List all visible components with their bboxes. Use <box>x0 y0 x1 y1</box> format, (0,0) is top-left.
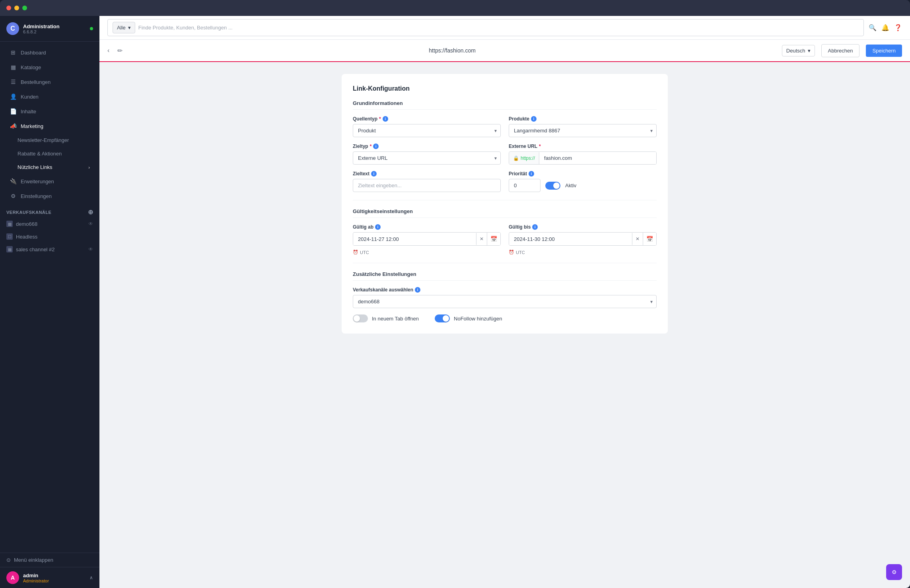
menu-toggle-icon: ⊙ <box>6 557 11 563</box>
sidebar-item-bestellungen[interactable]: ☰ Bestellungen <box>3 75 96 89</box>
produkte-select[interactable]: Langarmhemd 8867 <box>509 124 657 137</box>
add-sales-channel-button[interactable]: ⊕ <box>88 208 93 216</box>
search-icon[interactable]: 🔍 <box>869 24 877 31</box>
calendar-icon[interactable]: 📅 <box>643 233 656 245</box>
sidebar-item-erweiterungen[interactable]: 🔌 Erweiterungen <box>3 174 96 188</box>
sidebar-item-sales2[interactable]: ▦ sales channel #2 👁 <box>0 243 99 256</box>
sidebar-item-demo668[interactable]: ▦ demo668 👁 <box>0 217 99 230</box>
user-profile[interactable]: A admin Administrator ∧ <box>0 567 99 588</box>
dates-row: Gültig ab i ✕ 📅 ⏰ UTC <box>353 224 657 255</box>
zieltyp-group: Zieltyp * i Externe URL ▾ <box>353 144 501 165</box>
sidebar-item-einstellungen[interactable]: ⚙ Einstellungen <box>3 189 96 203</box>
utc-label: ⏰ UTC <box>353 250 501 255</box>
window: C Administration 6.6.8.2 ⊞ Dashboard ▦ K… <box>0 0 910 588</box>
info-icon[interactable]: i <box>531 116 537 122</box>
help-icon[interactable]: ❓ <box>894 24 902 31</box>
produkte-group: Produkte i Langarmhemd 8867 ▾ <box>509 116 657 137</box>
aktiv-toggle[interactable] <box>545 182 560 190</box>
zieltyp-label: Zieltyp * i <box>353 144 501 149</box>
sidebar-item-nuetzliche-links[interactable]: Nützliche Links › <box>3 161 96 174</box>
minimize-button[interactable] <box>14 6 19 10</box>
gueltig-ab-input[interactable] <box>353 233 476 245</box>
toggle-knob <box>354 315 360 322</box>
info-icon[interactable]: i <box>375 224 381 230</box>
sales-channels-label: Verkaufskanäle <box>6 210 51 215</box>
eye-icon[interactable]: 👁 <box>88 246 93 252</box>
sidebar-item-rabatte[interactable]: Rabatte & Aktionen <box>3 147 96 160</box>
maximize-button[interactable] <box>22 6 27 10</box>
app-info: Administration 6.6.8.2 <box>23 23 60 34</box>
sidebar-item-label: Dashboard <box>21 50 46 56</box>
zieltext-label: Zieltext i <box>353 171 501 177</box>
eye-icon[interactable]: 👁 <box>88 221 93 227</box>
clear-date-button[interactable]: ✕ <box>476 233 487 245</box>
language-selector[interactable]: Deutsch ▾ <box>782 45 815 56</box>
produkte-label: Produkte i <box>509 116 657 122</box>
zieltext-input[interactable] <box>353 179 501 192</box>
sales-channel-label: demo668 <box>16 221 37 227</box>
sidebar-item-dashboard[interactable]: ⊞ Dashboard <box>3 45 96 60</box>
fab-icon: ⚙ <box>892 569 897 575</box>
info-icon[interactable]: i <box>371 171 377 177</box>
sales-channel-label: Headless <box>16 234 37 240</box>
zieltyp-select[interactable]: Externe URL <box>353 151 501 165</box>
form-card: Link-Konfiguration Grundinformationen Qu… <box>342 74 668 334</box>
gueltigkeitseinstellungen-section: Gültigkeitseinstellungen Gültig ab i ✕ <box>353 208 657 255</box>
verkaufskanaele-select[interactable]: demo668 <box>353 295 657 308</box>
subheader: ‹ ✏ https://fashion.com Deutsch ▾ Abbrec… <box>99 40 910 62</box>
gueltig-bis-input[interactable] <box>509 233 632 245</box>
info-icon[interactable]: i <box>415 287 420 293</box>
search-input[interactable] <box>138 25 859 31</box>
quellentyp-select[interactable]: Produkt <box>353 124 501 137</box>
zieltyp-url-row: Zieltyp * i Externe URL ▾ <box>353 144 657 165</box>
sidebar-footer: ⊙ Menü einklappen A admin Administrator … <box>0 553 99 588</box>
sidebar-item-kataloge[interactable]: ▦ Kataloge <box>3 60 96 74</box>
sidebar-item-kunden[interactable]: 👤 Kunden <box>3 89 96 104</box>
close-button[interactable] <box>6 6 11 10</box>
quellentyp-select-wrapper: Produkt ▾ <box>353 124 501 137</box>
demo668-icon: ▦ <box>6 221 13 227</box>
back-button[interactable]: ‹ <box>107 47 109 54</box>
sidebar-item-newsletter[interactable]: Newsletter-Empfänger <box>3 134 96 147</box>
sidebar-item-inhalte[interactable]: 📄 Inhalte <box>3 104 96 118</box>
search-type-label: Alle <box>117 25 126 31</box>
sidebar-item-label: Newsletter-Empfänger <box>18 137 69 143</box>
app-layout: C Administration 6.6.8.2 ⊞ Dashboard ▦ K… <box>0 16 910 588</box>
required-marker: * <box>539 144 541 149</box>
prioritaet-label: Priorität i <box>509 171 657 177</box>
sidebar-item-marketing[interactable]: 📣 Marketing <box>3 119 96 133</box>
info-icon[interactable]: i <box>529 171 534 177</box>
nofollow-toggle[interactable] <box>435 314 450 322</box>
grundinformationen-title: Grundinformationen <box>353 100 657 110</box>
clear-date-button[interactable]: ✕ <box>632 233 643 245</box>
lock-icon: 🔒 <box>513 155 519 161</box>
neues-tab-label: In neuem Tab öffnen <box>372 316 419 322</box>
notification-icon[interactable]: 🔔 <box>881 24 889 31</box>
info-icon[interactable]: i <box>383 116 388 122</box>
form-card-title: Link-Konfiguration <box>353 85 657 92</box>
fab-button[interactable]: ⚙ <box>886 564 902 580</box>
required-marker: * <box>370 144 372 149</box>
neues-tab-toggle[interactable] <box>353 314 368 322</box>
verkaufskanaele-select-wrapper: demo668 ▾ <box>353 295 657 308</box>
prioritaet-group: Priorität i 0 Aktiv <box>509 171 657 192</box>
save-button[interactable]: Speichern <box>866 45 902 57</box>
gueltig-ab-group: Gültig ab i ✕ 📅 ⏰ UTC <box>353 224 501 255</box>
url-input[interactable] <box>539 152 656 164</box>
chevron-down-icon: ▾ <box>128 25 131 31</box>
section-divider <box>353 200 657 200</box>
toggles-row: In neuem Tab öffnen NoFollow hinzufügen <box>353 314 657 322</box>
search-type-dropdown[interactable]: Alle ▾ <box>113 22 135 33</box>
cancel-button[interactable]: Abbrechen <box>821 44 860 57</box>
info-icon[interactable]: i <box>373 144 379 149</box>
prioritaet-input[interactable]: 0 <box>509 179 541 192</box>
sidebar-item-label: Erweiterungen <box>21 179 54 184</box>
info-icon[interactable]: i <box>532 224 538 230</box>
utc-label: ⏰ UTC <box>509 250 657 255</box>
calendar-icon[interactable]: 📅 <box>487 233 500 245</box>
zieltext-prioritaet-row: Zieltext i Priorität i <box>353 171 657 192</box>
titlebar <box>0 0 910 16</box>
menu-toggle-button[interactable]: ⊙ Menü einklappen <box>0 553 99 567</box>
sidebar-item-headless[interactable]: ☐ Headless <box>0 230 99 243</box>
edit-icon[interactable]: ✏ <box>117 47 122 54</box>
